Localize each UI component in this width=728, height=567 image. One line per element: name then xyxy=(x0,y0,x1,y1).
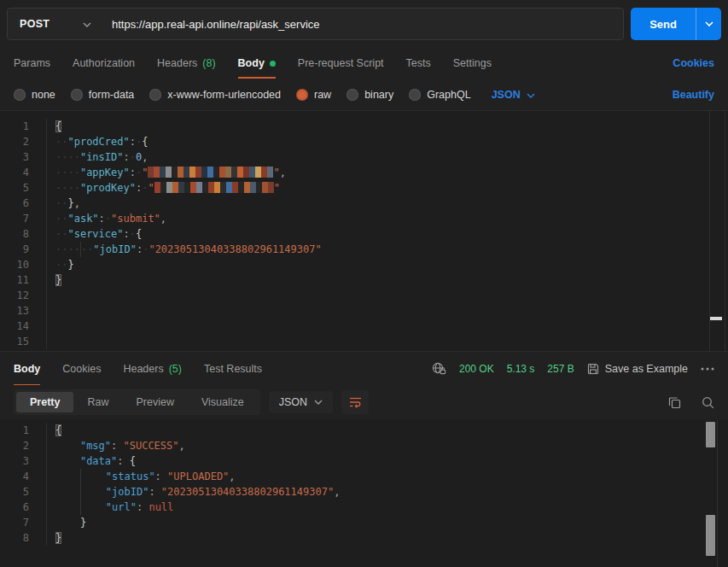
code-token: "jobID" xyxy=(106,486,149,498)
code-token: "UPLOADED" xyxy=(167,471,229,482)
view-pretty[interactable]: Pretty xyxy=(16,392,73,412)
view-raw[interactable]: Raw xyxy=(73,392,122,412)
api-client-window: POST Send Params Authorization Headers(8… xyxy=(0,0,728,567)
response-header: Body Cookies Headers(5) Test Results 200… xyxy=(0,351,728,385)
code-token: · xyxy=(130,151,136,163)
save-as-example-button[interactable]: Save as Example xyxy=(587,363,688,375)
tab-pre-request-script[interactable]: Pre-request Script xyxy=(298,48,384,79)
response-format-select[interactable]: JSON xyxy=(269,391,333,413)
code-line: 7··"ask":·"submit", xyxy=(0,211,728,226)
radio-icon xyxy=(149,89,161,101)
code-line: 4 "status": "UPLOADED", xyxy=(0,469,728,484)
wrap-lines-button[interactable] xyxy=(341,390,369,414)
code-line: 14 xyxy=(0,319,728,334)
scrollbar-thumb-top[interactable] xyxy=(706,422,715,447)
response-tab-body[interactable]: Body xyxy=(14,352,40,386)
response-tools xyxy=(668,396,714,409)
line-number: 12 xyxy=(0,288,39,303)
response-time: 5.13 s xyxy=(507,363,535,375)
copy-icon[interactable] xyxy=(668,396,681,409)
raw-format-select[interactable]: JSON xyxy=(492,89,535,101)
line-number: 6 xyxy=(0,196,39,211)
body-type-none[interactable]: none xyxy=(14,89,55,101)
tab-authorization[interactable]: Authorization xyxy=(73,48,135,79)
code-line: 11} xyxy=(0,272,728,288)
redacted-value xyxy=(154,182,274,193)
method-select[interactable]: POST xyxy=(8,9,102,39)
url-input[interactable] xyxy=(102,9,623,39)
code-line: 3····"insID":·0, xyxy=(0,149,728,165)
line-number: 2 xyxy=(0,134,39,149)
save-as-example-label: Save as Example xyxy=(605,363,688,375)
code-line: 1{ xyxy=(0,119,728,134)
body-type-row: none form-data x-www-form-urlencoded raw… xyxy=(0,79,728,111)
code-token: { xyxy=(130,455,136,467)
radio-selected-icon xyxy=(296,89,308,101)
code-token xyxy=(161,471,167,482)
code-token: "url" xyxy=(106,501,137,513)
code-token xyxy=(55,517,80,529)
response-tab-headers[interactable]: Headers(5) xyxy=(123,352,182,386)
request-code-lines: 1{2··"prodCred":·{3····"insID":·0,4····"… xyxy=(0,119,728,349)
tab-params[interactable]: Params xyxy=(14,48,50,79)
chevron-down-icon xyxy=(527,89,535,101)
code-line: 3 "data": { xyxy=(0,453,728,469)
code-token: ···· xyxy=(55,167,80,178)
response-headers-count-badge: (5) xyxy=(169,363,182,375)
scrollbar-thumb-bottom[interactable] xyxy=(706,515,715,556)
radio-label: GraphQL xyxy=(427,89,470,101)
tab-tests[interactable]: Tests xyxy=(406,48,431,79)
code-token: , xyxy=(74,197,80,209)
tab-label: Cookies xyxy=(62,363,101,375)
code-token: : xyxy=(130,167,136,178)
chevron-down-icon xyxy=(83,18,91,30)
code-line: 4····"appKey":·"", xyxy=(0,165,728,180)
body-type-graphql[interactable]: GraphQL xyxy=(409,89,470,101)
tab-body[interactable]: Body xyxy=(238,48,276,79)
body-type-binary[interactable]: binary xyxy=(347,89,393,101)
more-options-icon[interactable] xyxy=(701,367,714,371)
view-preview[interactable]: Preview xyxy=(122,392,187,412)
request-body-editor[interactable]: 1{2··"prodCred":·{3····"insID":·0,4····"… xyxy=(0,111,728,351)
radio-icon xyxy=(409,89,421,101)
code-line: 1{ xyxy=(0,423,728,438)
beautify-link[interactable]: Beautify xyxy=(673,89,714,101)
code-token: } xyxy=(67,197,73,209)
body-type-form-data[interactable]: form-data xyxy=(71,89,135,101)
code-token xyxy=(55,501,80,513)
network-globe-lock-icon xyxy=(432,362,446,375)
code-token: "appKey" xyxy=(80,167,130,178)
code-line: 13 xyxy=(0,303,728,319)
tab-headers[interactable]: Headers(8) xyxy=(157,48,216,79)
code-token: ·· xyxy=(55,259,67,271)
code-token: } xyxy=(55,532,61,544)
line-number: 8 xyxy=(0,226,39,242)
code-token: : xyxy=(123,228,129,240)
tab-settings[interactable]: Settings xyxy=(453,48,492,79)
code-token: · xyxy=(105,213,111,225)
code-token: } xyxy=(67,259,73,271)
response-tab-cookies[interactable]: Cookies xyxy=(62,352,101,386)
editor-scrollbar-thumb[interactable] xyxy=(710,317,722,320)
cookies-link[interactable]: Cookies xyxy=(673,57,714,69)
response-code-lines: 1{2 "msg": "SUCCESS",3 "data": {4 "statu… xyxy=(0,423,728,546)
send-label[interactable]: Send xyxy=(631,8,696,40)
send-button[interactable]: Send xyxy=(631,8,721,40)
search-icon[interactable] xyxy=(702,396,714,409)
line-number: 1 xyxy=(0,423,39,438)
response-view-switcher: Pretty Raw Preview Visualize xyxy=(14,389,260,415)
tab-label: Settings xyxy=(453,57,492,69)
code-line: 2··"prodCred":·{ xyxy=(0,134,728,149)
response-tab-test-results[interactable]: Test Results xyxy=(204,352,262,386)
body-type-x-www-form-urlencoded[interactable]: x-www-form-urlencoded xyxy=(149,89,281,101)
code-token: { xyxy=(136,228,142,240)
body-type-raw[interactable]: raw xyxy=(296,89,331,101)
code-token: , xyxy=(179,440,185,452)
view-visualize[interactable]: Visualize xyxy=(188,392,258,412)
code-line: 6 "url": null xyxy=(0,500,728,515)
code-token: "service" xyxy=(67,228,123,240)
code-token: "insID" xyxy=(80,151,124,163)
response-body-editor[interactable]: 1{2 "msg": "SUCCESS",3 "data": {4 "statu… xyxy=(0,419,728,567)
code-token: ·· xyxy=(55,228,67,240)
send-options-chevron-icon[interactable] xyxy=(696,8,721,40)
